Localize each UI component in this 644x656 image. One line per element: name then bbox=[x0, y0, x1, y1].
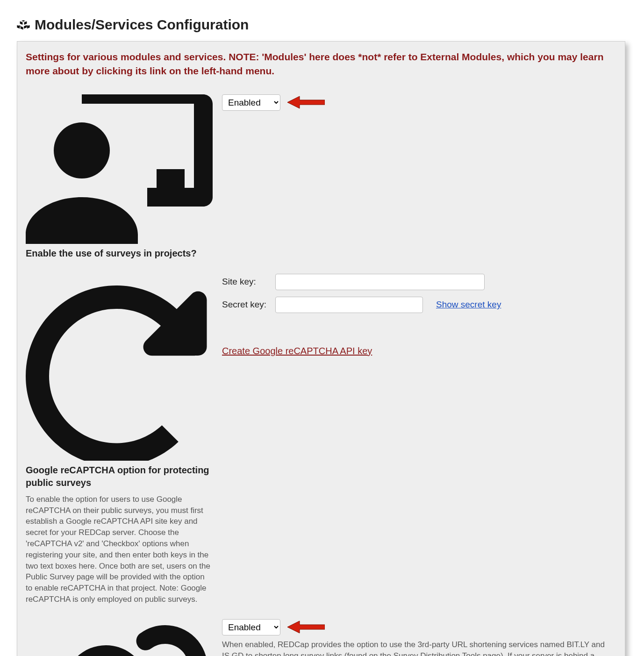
config-notice: Settings for various modules and service… bbox=[26, 50, 616, 78]
secret-key-row: Secret key: Show secret key bbox=[222, 297, 616, 313]
svg-marker-0 bbox=[287, 96, 325, 108]
surveys-select[interactable]: Enabled bbox=[222, 94, 280, 111]
rotate-right-icon bbox=[26, 452, 213, 463]
annotation-arrow-icon bbox=[287, 620, 325, 634]
create-recaptcha-api-link[interactable]: Create Google reCAPTCHA API key bbox=[222, 346, 372, 357]
url-shorten-select[interactable]: Enabled bbox=[222, 619, 280, 635]
url-shorten-help: When enabled, REDCap provides the option… bbox=[222, 639, 616, 656]
row-surveys: Enable the use of surveys in projects? E… bbox=[26, 94, 616, 260]
row-url-shorten: URL shortening service for survey links … bbox=[26, 619, 616, 656]
page-title: Modules/Services Configuration bbox=[17, 17, 625, 33]
chalkboard-user-icon bbox=[26, 235, 213, 246]
config-box: Settings for various modules and service… bbox=[17, 41, 625, 656]
recaptcha-desc: To enable the option for users to use Go… bbox=[26, 494, 213, 605]
site-key-input[interactable] bbox=[275, 274, 485, 290]
cubes-icon bbox=[17, 18, 30, 31]
page-title-text: Modules/Services Configuration bbox=[35, 17, 249, 33]
annotation-arrow-icon bbox=[287, 95, 325, 109]
recaptcha-label: Google reCAPTCHA option for protecting p… bbox=[26, 274, 213, 489]
site-key-label: Site key: bbox=[222, 277, 269, 287]
svg-marker-1 bbox=[287, 621, 325, 633]
surveys-label: Enable the use of surveys in projects? bbox=[26, 94, 213, 260]
secret-key-label: Secret key: bbox=[222, 299, 269, 310]
show-secret-key-link[interactable]: Show secret key bbox=[436, 299, 501, 310]
url-shorten-label: URL shortening service for survey links bbox=[26, 619, 213, 656]
site-key-row: Site key: bbox=[222, 274, 616, 290]
row-recaptcha: Google reCAPTCHA option for protecting p… bbox=[26, 274, 616, 605]
secret-key-input[interactable] bbox=[275, 297, 423, 313]
